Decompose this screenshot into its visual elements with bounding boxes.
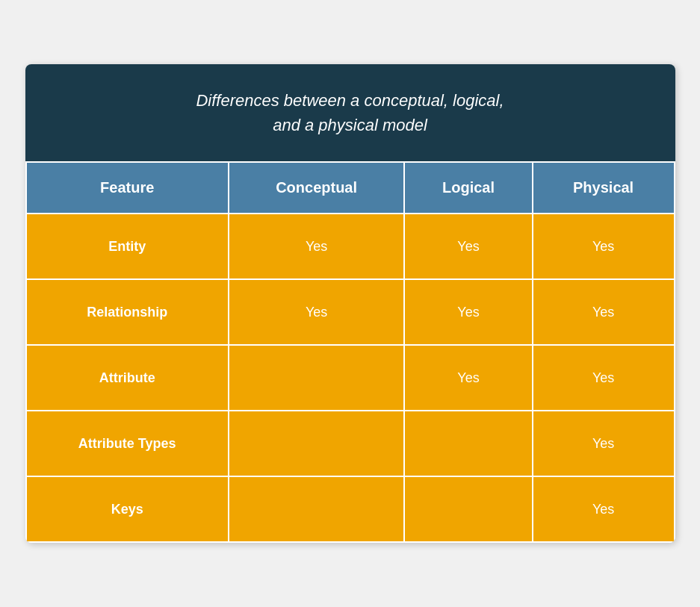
cell-conceptual-row3 [229,411,404,476]
cell-logical-row1: Yes [404,279,532,345]
cell-feature-row3: Attribute Types [26,411,229,476]
cell-conceptual-row1: Yes [229,279,404,345]
cell-physical-row0: Yes [533,214,675,279]
cell-feature-row4: Keys [26,476,229,542]
cell-logical-row0: Yes [404,214,532,279]
cell-conceptual-row4 [229,476,404,542]
cell-physical-row3: Yes [533,411,675,476]
cell-feature-row2: Attribute [26,345,229,411]
table-row: RelationshipYesYesYes [26,279,675,345]
title-section: Differences between a conceptual, logica… [25,64,675,161]
cell-physical-row2: Yes [533,345,675,411]
cell-logical-row3 [404,411,532,476]
table-row: KeysYes [26,476,675,542]
table-wrapper: Feature Conceptual Logical Physical Enti… [25,161,675,543]
table-title: Differences between a conceptual, logica… [55,88,645,137]
col-header-feature: Feature [26,162,229,214]
cell-conceptual-row0: Yes [229,214,404,279]
cell-conceptual-row2 [229,345,404,411]
table-row: AttributeYesYes [26,345,675,411]
header-row: Feature Conceptual Logical Physical [26,162,675,214]
main-container: Differences between a conceptual, logica… [25,64,675,543]
col-header-conceptual: Conceptual [229,162,404,214]
cell-feature-row0: Entity [26,214,229,279]
cell-physical-row1: Yes [533,279,675,345]
table-row: EntityYesYesYes [26,214,675,279]
cell-logical-row2: Yes [404,345,532,411]
col-header-logical: Logical [404,162,532,214]
col-header-physical: Physical [533,162,675,214]
table-row: Attribute TypesYes [26,411,675,476]
cell-physical-row4: Yes [533,476,675,542]
cell-feature-row1: Relationship [26,279,229,345]
cell-logical-row4 [404,476,532,542]
comparison-table: Feature Conceptual Logical Physical Enti… [25,161,675,543]
